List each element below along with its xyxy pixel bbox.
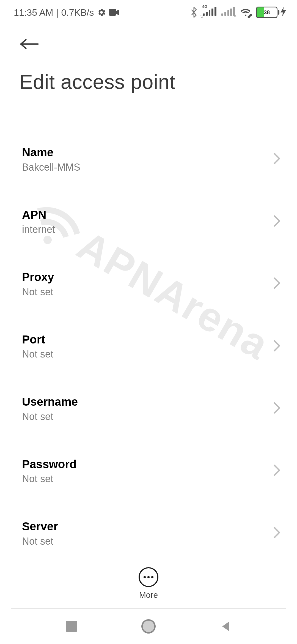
wifi-icon bbox=[240, 7, 251, 17]
battery-indicator: 38 bbox=[256, 7, 286, 18]
field-label: Password bbox=[22, 457, 268, 472]
system-nav-bar bbox=[0, 609, 297, 644]
apn-field-proxy[interactable]: ProxyNot set bbox=[0, 257, 297, 311]
triangle-left-icon bbox=[220, 620, 231, 632]
status-right-cluster: 4G ⇅ ✕ 38 bbox=[190, 7, 286, 18]
list-item-text: NameBakcell-MMS bbox=[22, 145, 268, 173]
list-item-text: UsernameNot set bbox=[22, 395, 268, 422]
nav-back-button[interactable] bbox=[217, 618, 234, 635]
field-value: Not set bbox=[22, 411, 268, 422]
nav-recents-button[interactable] bbox=[63, 618, 80, 635]
cellular-signal-sim2: ✕ bbox=[221, 7, 235, 18]
more-icon bbox=[139, 567, 158, 587]
list-item-text: PortNot set bbox=[22, 332, 268, 360]
chevron-right-icon bbox=[273, 277, 280, 290]
charging-bolt-icon bbox=[280, 7, 286, 18]
bluetooth-icon bbox=[190, 7, 198, 18]
apn-field-server[interactable]: ServerNot set bbox=[0, 506, 297, 559]
list-item-text: PasswordNot set bbox=[22, 457, 268, 485]
wifi-link-badge-icon bbox=[247, 13, 252, 18]
list-item-text: ServerNot set bbox=[22, 519, 268, 547]
circle-icon bbox=[141, 619, 156, 634]
field-label: APN bbox=[22, 208, 268, 222]
chevron-right-icon bbox=[273, 215, 280, 228]
status-net-speed: 0.7KB/s bbox=[61, 7, 94, 18]
chevron-right-icon bbox=[273, 526, 280, 540]
status-bar: 11:35 AM | 0.7KB/s 4G ⇅ ✕ bbox=[0, 0, 297, 25]
app-header: Edit access point bbox=[0, 29, 297, 94]
field-value: Not set bbox=[22, 536, 268, 547]
battery-percent: 38 bbox=[257, 7, 277, 17]
apn-field-apn[interactable]: APNinternet bbox=[0, 195, 297, 249]
field-value: internet bbox=[22, 224, 268, 235]
status-left-cluster: 11:35 AM | 0.7KB/s bbox=[14, 7, 119, 18]
nav-home-button[interactable] bbox=[140, 618, 157, 635]
field-label: Server bbox=[22, 519, 268, 534]
field-value: Not set bbox=[22, 348, 268, 360]
list-item-text: APNinternet bbox=[22, 208, 268, 236]
apn-field-password[interactable]: PasswordNot set bbox=[0, 444, 297, 498]
field-value: Not set bbox=[22, 473, 268, 485]
field-value: Not set bbox=[22, 286, 268, 298]
chevron-right-icon bbox=[273, 464, 280, 477]
status-time: 11:35 AM bbox=[14, 7, 53, 18]
gear-icon bbox=[97, 8, 106, 17]
page-title: Edit access point bbox=[19, 70, 286, 94]
field-label: Port bbox=[22, 332, 268, 347]
status-separator: | bbox=[56, 7, 59, 18]
svg-rect-0 bbox=[109, 9, 116, 16]
more-label: More bbox=[139, 590, 158, 600]
arrow-left-icon bbox=[19, 38, 38, 50]
chevron-right-icon bbox=[273, 152, 280, 166]
camera-icon bbox=[109, 9, 119, 16]
no-sim-x-icon: ✕ bbox=[233, 13, 237, 18]
apn-field-port[interactable]: PortNot set bbox=[0, 319, 297, 373]
bottom-action-bar: More bbox=[0, 559, 297, 608]
more-button[interactable]: More bbox=[139, 567, 158, 600]
data-arrows-icon: ⇅ bbox=[200, 15, 203, 19]
field-label: Name bbox=[22, 145, 268, 160]
field-label: Proxy bbox=[22, 270, 268, 285]
field-value: Bakcell-MMS bbox=[22, 162, 268, 173]
field-label: Username bbox=[22, 395, 268, 409]
chevron-right-icon bbox=[273, 340, 280, 353]
square-icon bbox=[66, 621, 77, 632]
chevron-right-icon bbox=[273, 402, 280, 415]
list-item-text: ProxyNot set bbox=[22, 270, 268, 298]
cellular-signal-sim1: 4G ⇅ bbox=[203, 7, 216, 18]
back-button[interactable] bbox=[19, 38, 38, 50]
cellular-4g-label: 4G bbox=[202, 4, 208, 9]
apn-field-username[interactable]: UsernameNot set bbox=[0, 381, 297, 436]
apn-settings-list[interactable]: NameBakcell-MMSAPNinternetProxyNot setPo… bbox=[0, 132, 297, 559]
apn-field-name[interactable]: NameBakcell-MMS bbox=[0, 132, 297, 186]
